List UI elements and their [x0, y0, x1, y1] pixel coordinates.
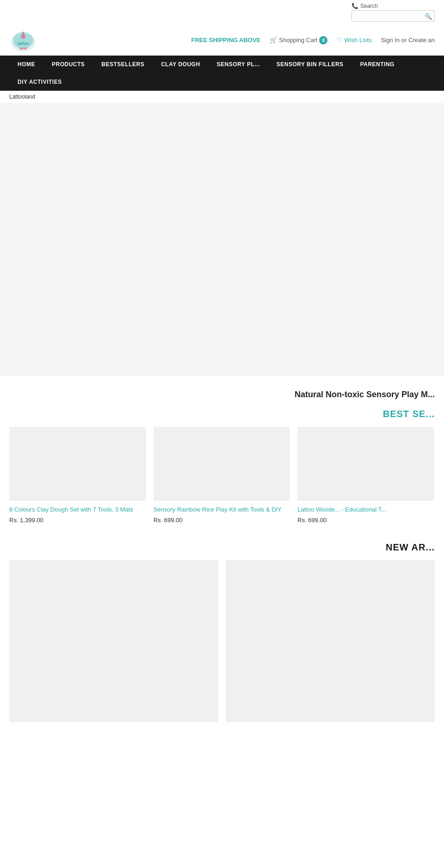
products-row: 8 Colours Clay Dough Set with 7 Tools, 3… [0, 427, 444, 537]
nav-item-sensory-play[interactable]: SENSORY PL... [209, 56, 268, 73]
nav-item-bestsellers[interactable]: BESTSELLERS [93, 56, 153, 73]
svg-point-5 [21, 34, 25, 39]
cart-icon: 🛒 [270, 37, 277, 44]
product-image-2 [154, 427, 290, 501]
product-price-2: Rs. 699.00 [154, 517, 290, 524]
nav-item-products[interactable]: PRODUCTS [43, 56, 93, 73]
product-card-3[interactable]: Lattoo Woode... - Educational T... Rs. 6… [297, 427, 434, 524]
logo-icon: tattoo land [9, 27, 37, 53]
logo-area[interactable]: tattoo land [9, 27, 37, 53]
product-image-3 [297, 427, 434, 501]
top-bar: 📞 Search 🔍 [0, 0, 444, 25]
search-area: 📞 Search 🔍 [352, 3, 435, 22]
new-arrivals-title: NEW AR... [0, 537, 444, 560]
new-arrival-image-2 [226, 560, 435, 722]
product-name-2: Sensory Rainbow Rice Play Kit with Tools… [154, 506, 290, 514]
new-arrival-card-1[interactable] [9, 560, 218, 722]
product-name-3: Lattoo Woode... - Educational T... [297, 506, 434, 514]
product-card-2[interactable]: Sensory Rainbow Rice Play Kit with Tools… [154, 427, 290, 524]
cart-badge: 0 [319, 36, 327, 44]
nav-item-diy[interactable]: DIY ACTIVITIES [9, 73, 70, 91]
free-shipping-text: FREE SHIPPING ABOVE [191, 37, 261, 44]
search-label: 📞 Search [352, 3, 378, 9]
svg-text:land: land [19, 46, 27, 50]
auth-link[interactable]: Sign In or Create an [381, 37, 435, 44]
product-price-3: Rs. 699.00 [297, 517, 434, 524]
search-input-wrap: 🔍 [352, 10, 435, 22]
new-arrival-card-2[interactable] [226, 560, 435, 722]
nav-item-clay-dough[interactable]: CLAY DOUGH [153, 56, 208, 73]
product-name-1: 8 Colours Clay Dough Set with 7 Tools, 3… [9, 506, 146, 514]
product-card-1[interactable]: 8 Colours Clay Dough Set with 7 Tools, 3… [9, 427, 146, 524]
new-arrival-image-1 [9, 560, 218, 722]
bestsellers-title: BEST SE... [0, 404, 444, 427]
heart-icon: ♡ [337, 37, 342, 44]
section-intro: Natural Non-toxic Sensory Play M... [0, 376, 444, 404]
cart-link[interactable]: 🛒 Shopping Cart 0 [270, 36, 327, 44]
nav-item-home[interactable]: HOME [9, 56, 43, 73]
wishlist-link[interactable]: ♡ Wish Lists [337, 37, 371, 44]
nav-item-parenting[interactable]: PARENTING [352, 56, 403, 73]
breadcrumb: Lattooland [0, 91, 444, 103]
tagline-text: Natural Non-toxic Sensory Play M... [295, 390, 435, 399]
header-right: FREE SHIPPING ABOVE 🛒 Shopping Cart 0 ♡ … [191, 36, 435, 44]
svg-text:tattoo: tattoo [18, 41, 29, 46]
search-icon[interactable]: 🔍 [425, 12, 432, 19]
hero-banner [0, 103, 444, 376]
nav-item-sensory-bin[interactable]: SENSORY BIN FILLERS [268, 56, 352, 73]
new-arrivals-row [0, 560, 444, 722]
product-image-1 [9, 427, 146, 501]
nav-bar: HOME PRODUCTS BESTSELLERS CLAY DOUGH SEN… [0, 56, 444, 91]
header-row: tattoo land FREE SHIPPING ABOVE 🛒 Shoppi… [0, 25, 444, 56]
phone-icon: 📞 [352, 3, 358, 9]
product-price-1: Rs. 1,399.00 [9, 517, 146, 524]
search-input[interactable] [352, 10, 435, 22]
